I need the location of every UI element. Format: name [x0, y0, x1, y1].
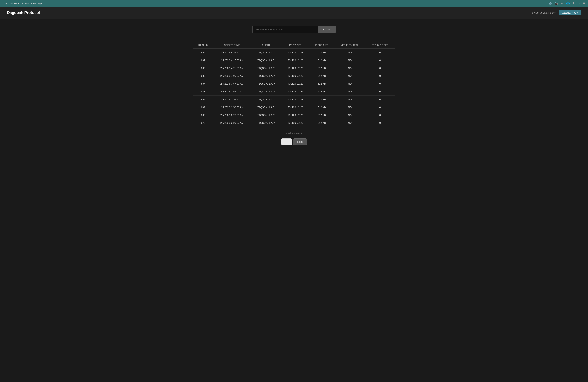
browser-bar: ℹ http://localhost:3000/insurance?page=2…	[0, 0, 588, 7]
cell-client[interactable]: T1QSCX...LAJY	[251, 80, 281, 88]
table-footer: Total 909 Deals	[193, 132, 395, 135]
cell-storage-fee: 0	[365, 72, 395, 80]
cell-create-time: 2/5/2023, 4:27:30 AM	[213, 57, 251, 64]
download-icon[interactable]: ⬇	[572, 2, 575, 5]
cell-deal-id: 881	[193, 104, 213, 111]
share-icon[interactable]: ⇄	[578, 2, 580, 5]
cell-client[interactable]: T1QSCX...LAJY	[251, 72, 281, 80]
cell-verified-deal: NO	[334, 104, 365, 111]
cell-client[interactable]: T1QSCX...LAJY	[251, 57, 281, 64]
cell-storage-fee: 0	[365, 96, 395, 104]
table-row: 885 2/5/2023, 4:05:30 AM T1QSCX...LAJY T…	[193, 72, 395, 80]
cell-client[interactable]: T1QSCX...LAJY	[251, 96, 281, 104]
table-row: 888 2/5/2023, 4:32:30 AM T1QSCX...LAJY T…	[193, 49, 395, 57]
cell-storage-fee: 0	[365, 88, 395, 96]
cell-client[interactable]: T1QSCX...LAJY	[251, 88, 281, 96]
cell-provider[interactable]: T01129...1129	[281, 64, 310, 72]
table-row: 881 2/5/2023, 3:50:30 AM T1QSCX...LAJY T…	[193, 104, 395, 111]
browser-icons: 🔗 📷 ✉ 🌐 ⬇ ⇄ ▣	[549, 2, 585, 5]
cell-provider[interactable]: T01129...1129	[281, 80, 310, 88]
total-deals: Total 909 Deals	[286, 132, 302, 135]
search-input[interactable]	[252, 26, 318, 33]
cell-piece-size: 512 KB	[310, 72, 334, 80]
cell-verified-deal: NO	[334, 80, 365, 88]
cell-deal-id: 882	[193, 96, 213, 104]
table-body: 888 2/5/2023, 4:32:30 AM T1QSCX...LAJY T…	[193, 49, 395, 127]
cell-create-time: 2/5/2023, 3:20:00 AM	[213, 119, 251, 127]
cell-piece-size: 512 KB	[310, 111, 334, 119]
info-icon: ℹ	[3, 2, 4, 5]
cell-client[interactable]: T1QSCX...LAJY	[251, 104, 281, 111]
cell-deal-id: 884	[193, 80, 213, 88]
switch-cds-link[interactable]: Switch to CDS Holder	[532, 11, 555, 14]
col-storage-fee: STORAGE FEE	[365, 42, 395, 49]
camera-icon[interactable]: 📷	[555, 2, 558, 5]
app-header: Dagobah Protocol Switch to CDS Holder 0x…	[0, 7, 588, 19]
prev-button[interactable]: ←	[281, 138, 292, 145]
search-section: Search	[193, 26, 395, 33]
globe-icon[interactable]: 🌐	[566, 2, 570, 5]
link-icon[interactable]: 🔗	[549, 2, 552, 5]
cell-client[interactable]: T1QSCX...LAJY	[251, 49, 281, 57]
cell-verified-deal: NO	[334, 88, 365, 96]
cell-verified-deal: NO	[334, 111, 365, 119]
browser-url: http://localhost:3000/insurance?page=2	[5, 2, 44, 5]
cell-piece-size: 512 KB	[310, 57, 334, 64]
cell-provider[interactable]: T01129...1129	[281, 111, 310, 119]
table-header: DEAL ID CREATE TIME CLIENT PROVIDER PIEC…	[193, 42, 395, 49]
cell-piece-size: 512 KB	[310, 104, 334, 111]
cell-verified-deal: NO	[334, 49, 365, 57]
cell-create-time: 2/5/2023, 3:26:00 AM	[213, 111, 251, 119]
cell-provider[interactable]: T01129...1129	[281, 72, 310, 80]
cell-storage-fee: 0	[365, 111, 395, 119]
cell-client[interactable]: T1QSCX...LAJY	[251, 119, 281, 127]
cell-create-time: 2/5/2023, 4:21:00 AM	[213, 64, 251, 72]
table-row: 886 2/5/2023, 4:21:00 AM T1QSCX...LAJY T…	[193, 64, 395, 72]
cell-deal-id: 879	[193, 119, 213, 127]
cell-create-time: 2/5/2023, 3:50:30 AM	[213, 104, 251, 111]
cell-piece-size: 512 KB	[310, 80, 334, 88]
cell-deal-id: 883	[193, 88, 213, 96]
cell-provider[interactable]: T01129...1129	[281, 57, 310, 64]
col-provider: PROVIDER	[281, 42, 310, 49]
table-row: 879 2/5/2023, 3:20:00 AM T1QSCX...LAJY T…	[193, 119, 395, 127]
main-content: Search DEAL ID CREATE TIME CLIENT PROVID…	[190, 19, 398, 156]
cell-piece-size: 512 KB	[310, 119, 334, 127]
table-row: 883 2/5/2023, 3:55:00 AM T1QSCX...LAJY T…	[193, 88, 395, 96]
cell-provider[interactable]: T01129...1129	[281, 88, 310, 96]
table-row: 880 2/5/2023, 3:26:00 AM T1QSCX...LAJY T…	[193, 111, 395, 119]
cell-deal-id: 886	[193, 64, 213, 72]
cell-storage-fee: 0	[365, 49, 395, 57]
cell-deal-id: 887	[193, 57, 213, 64]
cell-verified-deal: NO	[334, 96, 365, 104]
cell-client[interactable]: T1QSCX...LAJY	[251, 111, 281, 119]
cell-provider[interactable]: T01129...1129	[281, 96, 310, 104]
mail-icon[interactable]: ✉	[561, 2, 564, 5]
search-button[interactable]: Search	[318, 26, 336, 33]
col-deal-id: DEAL ID	[193, 42, 213, 49]
cell-piece-size: 512 KB	[310, 64, 334, 72]
cell-storage-fee: 0	[365, 57, 395, 64]
cell-storage-fee: 0	[365, 80, 395, 88]
wallet-badge[interactable]: 0x8aa8...48Ca	[559, 10, 581, 16]
cell-storage-fee: 0	[365, 64, 395, 72]
cell-create-time: 2/5/2023, 3:55:00 AM	[213, 88, 251, 96]
col-verified-deal: VERIFIED DEAL	[334, 42, 365, 49]
col-client: CLIENT	[251, 42, 281, 49]
cell-piece-size: 512 KB	[310, 96, 334, 104]
app-title: Dagobah Protocol	[7, 10, 40, 15]
cell-provider[interactable]: T01129...1129	[281, 104, 310, 111]
cell-create-time: 2/5/2023, 3:57:30 AM	[213, 80, 251, 88]
cell-client[interactable]: T1QSCX...LAJY	[251, 64, 281, 72]
cell-provider[interactable]: T01129...1129	[281, 49, 310, 57]
cell-create-time: 2/5/2023, 4:05:30 AM	[213, 72, 251, 80]
col-create-time: CREATE TIME	[213, 42, 251, 49]
cell-verified-deal: NO	[334, 64, 365, 72]
table-header-row: DEAL ID CREATE TIME CLIENT PROVIDER PIEC…	[193, 42, 395, 49]
cell-provider[interactable]: T01129...1129	[281, 119, 310, 127]
table-row: 882 2/5/2023, 3:52:30 AM T1QSCX...LAJY T…	[193, 96, 395, 104]
sidebar-icon[interactable]: ▣	[583, 2, 585, 5]
cell-create-time: 2/5/2023, 3:52:30 AM	[213, 96, 251, 104]
cell-deal-id: 885	[193, 72, 213, 80]
next-button[interactable]: Next	[293, 138, 307, 145]
